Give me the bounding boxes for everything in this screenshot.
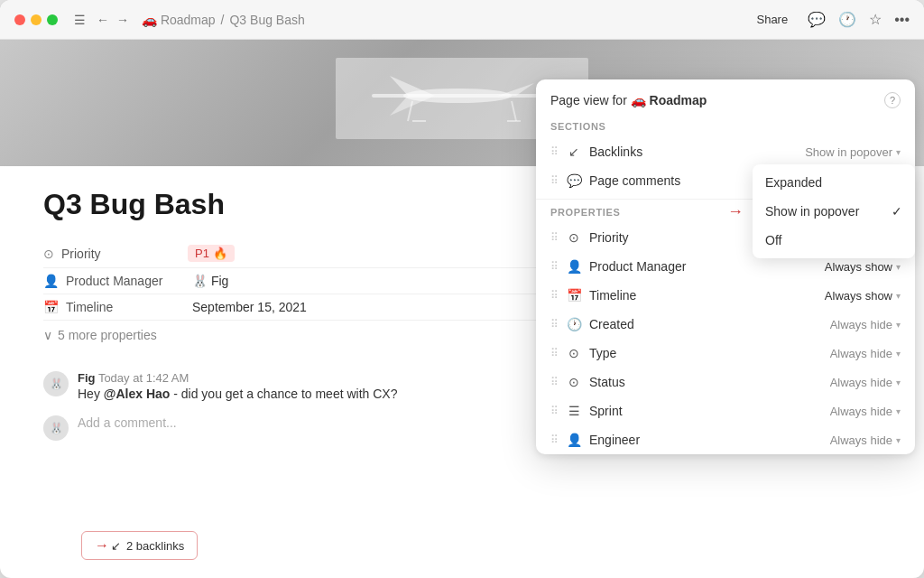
bookmark-icon[interactable]: ☆ xyxy=(869,11,882,28)
popover-title-prefix: Page view for xyxy=(550,93,631,107)
priority-value[interactable]: P1 🔥 xyxy=(188,245,235,262)
priority-icon: ⊙ xyxy=(43,247,54,261)
breadcrumb-current: Q3 Bug Bash xyxy=(229,13,304,27)
chevron-down-icon-5: ▾ xyxy=(896,320,901,330)
chevron-down-icon-3: ▾ xyxy=(896,262,901,272)
chevron-down-icon: ▾ xyxy=(896,147,901,157)
popover-row-engineer[interactable]: ⠿ 👤 Engineer Always hide ▾ xyxy=(536,425,915,454)
sprint-prop-label: Sprint xyxy=(589,404,830,418)
check-icon: ✓ xyxy=(892,204,902,219)
timeline-icon: 📅 xyxy=(43,300,59,314)
backlinks-button[interactable]: → ↙ 2 backlinks xyxy=(81,531,198,560)
status-prop-icon: ⊙ xyxy=(566,374,582,390)
comment-mention: @Alex Hao xyxy=(104,387,171,401)
backlinks-arrow: → xyxy=(95,537,109,554)
chevron-down-icon-4: ▾ xyxy=(896,291,901,301)
breadcrumb-separator: / xyxy=(221,13,225,27)
popover-row-type[interactable]: ⠿ ⊙ Type Always hide ▾ xyxy=(536,339,915,368)
drag-handle-engineer: ⠿ xyxy=(550,434,559,446)
drag-handle-timeline: ⠿ xyxy=(550,289,559,302)
engineer-prop-label: Engineer xyxy=(589,433,830,447)
drag-handle-type: ⠿ xyxy=(550,347,559,359)
dropdown-item-show-in-popover[interactable]: → Show in popover ✓ xyxy=(753,197,915,226)
popover-row-status[interactable]: ⠿ ⊙ Status Always hide ▾ xyxy=(536,368,915,396)
type-prop-label: Type xyxy=(589,346,830,360)
chevron-down-icon-6: ▾ xyxy=(896,349,901,359)
drag-handle-sprint: ⠿ xyxy=(550,405,559,417)
add-comment-input[interactable]: Add a comment... xyxy=(78,415,177,430)
popover-title: Page view for 🚗 Roadmap xyxy=(550,93,707,107)
priority-badge: P1 🔥 xyxy=(188,245,235,262)
drag-handle-status: ⠿ xyxy=(550,376,559,388)
share-button[interactable]: Share xyxy=(749,9,795,30)
priority-label: Priority xyxy=(61,247,188,261)
main-content: Q3 Bug Bash ⊙ Priority P1 🔥 👤 Product Ma… xyxy=(0,40,924,578)
titlebar-right: Share 💬 🕐 ☆ ••• xyxy=(749,9,910,30)
priority-prop-icon: ⊙ xyxy=(566,229,582,246)
popover-header: Page view for 🚗 Roadmap ? xyxy=(536,79,915,117)
popover-row-backlinks[interactable]: ⠿ ↙ Backlinks Show in popover ▾ Expanded… xyxy=(536,137,915,166)
breadcrumb-roadmap[interactable]: 🚗 Roadmap xyxy=(142,13,216,27)
add-comment-avatar: 🐰 xyxy=(43,415,69,441)
red-arrow-indicator: → xyxy=(727,202,744,221)
sprint-prop-value[interactable]: Always hide ▾ xyxy=(830,405,901,418)
timeline-prop-value[interactable]: Always show ▾ xyxy=(825,289,901,303)
back-button[interactable]: ← xyxy=(97,13,109,27)
history-icon[interactable]: 🕐 xyxy=(838,11,856,28)
manager-value[interactable]: 🐰 Fig xyxy=(192,274,228,288)
created-prop-value[interactable]: Always hide ▾ xyxy=(830,318,901,331)
dropdown-item-expanded[interactable]: Expanded xyxy=(753,168,915,197)
titlebar: ☰ ← → 🚗 Roadmap / Q3 Bug Bash Share 💬 🕐 … xyxy=(0,0,924,40)
engineer-prop-value[interactable]: Always hide ▾ xyxy=(830,434,901,447)
sections-label: SECTIONS xyxy=(536,117,915,137)
drag-handle-product-manager: ⠿ xyxy=(550,260,559,273)
popover-row-timeline-prop[interactable]: ⠿ 📅 Timeline Always show ▾ xyxy=(536,281,915,310)
product-manager-prop-value[interactable]: Always show ▾ xyxy=(825,260,901,274)
chevron-down-icon-8: ▾ xyxy=(896,406,901,416)
backlinks-row-value[interactable]: Show in popover ▾ xyxy=(805,145,901,159)
minimize-button[interactable] xyxy=(31,14,42,25)
app-window: ☰ ← → 🚗 Roadmap / Q3 Bug Bash Share 💬 🕐 … xyxy=(0,0,924,578)
popover-title-page: 🚗 Roadmap xyxy=(631,93,707,107)
avatar: 🐰 xyxy=(43,371,69,396)
off-label: Off xyxy=(765,233,781,247)
chevron-down-icon-9: ▾ xyxy=(896,435,901,445)
backlinks-icon: ↙ xyxy=(111,539,121,553)
expanded-label: Expanded xyxy=(765,175,822,190)
timeline-value: September 15, 2021 xyxy=(192,300,307,314)
timeline-prop-label: Timeline xyxy=(589,288,825,303)
drag-handle-backlinks: ⠿ xyxy=(550,145,559,158)
page-comments-icon: 💬 xyxy=(566,172,582,189)
engineer-prop-icon: 👤 xyxy=(566,432,582,448)
dropdown-item-off[interactable]: Off xyxy=(753,226,915,255)
chevron-down-icon-7: ▾ xyxy=(896,378,901,387)
svg-line-9 xyxy=(512,101,516,121)
sprint-prop-icon: ☰ xyxy=(566,403,582,419)
svg-point-4 xyxy=(403,89,512,103)
traffic-lights xyxy=(14,14,58,25)
status-prop-value[interactable]: Always hide ▾ xyxy=(830,376,901,389)
backlinks-row-icon: ↙ xyxy=(566,144,582,160)
page-view-popover: Page view for 🚗 Roadmap ? SECTIONS ⠿ ↙ B… xyxy=(536,79,915,454)
menu-icon[interactable]: ☰ xyxy=(74,13,86,27)
manager-label: Product Manager xyxy=(66,274,192,288)
backlinks-dropdown: Expanded → Show in popover ✓ Off xyxy=(753,164,915,258)
popover-row-sprint[interactable]: ⠿ ☰ Sprint Always hide ▾ xyxy=(536,396,915,425)
drag-handle-comments: ⠿ xyxy=(550,174,559,187)
type-prop-value[interactable]: Always hide ▾ xyxy=(830,347,901,360)
more-properties-label: 5 more properties xyxy=(58,328,157,342)
maximize-button[interactable] xyxy=(47,14,58,25)
timeline-prop-icon: 📅 xyxy=(566,287,582,303)
product-manager-prop-icon: 👤 xyxy=(566,258,582,275)
chat-icon[interactable]: 💬 xyxy=(808,11,826,28)
product-manager-prop-label: Product Manager xyxy=(589,259,825,274)
type-prop-icon: ⊙ xyxy=(566,345,582,361)
close-button[interactable] xyxy=(14,14,25,25)
created-prop-icon: 🕐 xyxy=(566,316,582,332)
help-icon[interactable]: ? xyxy=(884,92,901,108)
popover-row-created[interactable]: ⠿ 🕐 Created Always hide ▾ xyxy=(536,310,915,339)
backlinks-row-label: Backlinks xyxy=(589,144,805,159)
drag-handle-priority: ⠿ xyxy=(550,231,559,244)
forward-button[interactable]: → xyxy=(116,13,129,27)
more-icon[interactable]: ••• xyxy=(894,12,910,28)
